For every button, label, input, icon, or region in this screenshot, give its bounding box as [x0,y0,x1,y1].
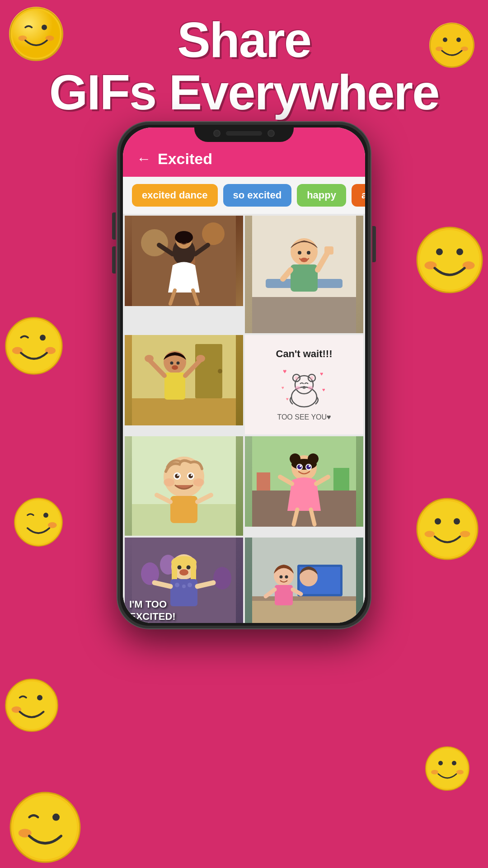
svg-text:♥: ♥ [320,371,323,377]
svg-rect-64 [324,246,333,255]
gif-item-7[interactable]: I'M TOOEXCITED! [125,538,243,623]
svg-line-143 [155,583,170,586]
svg-point-131 [213,567,231,590]
svg-point-41 [456,770,464,774]
svg-point-105 [164,478,174,486]
gif-5-image [125,436,243,536]
screen-title: Excited [158,150,212,168]
tags-row: excited dance so excited happy awesome [123,177,365,214]
svg-point-142 [179,569,188,576]
tag-happy[interactable]: happy [297,184,346,207]
svg-rect-74 [164,373,185,400]
svg-point-44 [52,814,60,821]
svg-point-103 [177,474,179,476]
gif-item-4[interactable]: Can't wait!!! ♥ ♥ ♥ ♥ ♥ [245,335,363,434]
svg-point-79 [170,362,174,365]
svg-point-138 [182,585,186,588]
svg-point-24 [43,513,48,518]
back-button[interactable]: ← [136,151,151,167]
svg-point-104 [191,474,192,476]
svg-point-67 [307,251,310,255]
svg-point-100 [175,474,179,478]
background-emoji-4 [5,316,63,375]
gif-1-image [125,216,243,306]
volume-down-button [112,246,116,274]
svg-point-102 [188,474,193,478]
svg-point-119 [297,465,302,469]
svg-point-47 [141,229,168,256]
svg-point-87 [291,387,317,407]
title-line1: Share [0,14,488,66]
svg-point-66 [298,251,301,255]
power-button [372,226,376,262]
cant-wait-bear: ♥ ♥ ♥ ♥ ♥ [279,364,329,410]
svg-point-139 [188,583,192,587]
tag-so-excited[interactable]: so excited [223,184,292,207]
svg-text:♥: ♥ [322,387,325,392]
svg-point-81 [172,365,178,370]
gif-item-1[interactable] [125,216,243,306]
gif-item-6[interactable] [245,436,363,527]
svg-point-155 [285,576,288,579]
title-area: Share GIFs Everywhere [0,14,488,118]
cant-wait-title: Can't wait!!! [276,348,333,360]
gif-item-2[interactable] [245,216,363,333]
phone-mockup: ← Excited excited dance so excited happy… [117,122,371,628]
gif-item-3[interactable] [125,335,243,425]
svg-point-78 [196,355,205,362]
svg-point-43 [14,796,77,859]
svg-point-19 [40,335,46,340]
svg-point-28 [435,518,441,524]
svg-point-40 [431,770,438,774]
svg-point-137 [175,583,179,587]
background-emoji-5 [14,497,63,547]
svg-text:♥: ♥ [283,368,286,375]
svg-point-39 [452,761,456,765]
svg-point-154 [280,576,283,579]
title-line2: GIFs Everywhere [0,66,488,118]
background-emoji-3 [416,226,483,294]
svg-point-117 [291,459,317,470]
gif-item-8[interactable] [245,538,363,623]
gif-8-image [245,538,363,623]
gif-grid: Can't wait!!! ♥ ♥ ♥ ♥ ♥ [123,214,365,623]
svg-point-141 [187,566,191,570]
svg-point-80 [177,362,180,365]
svg-rect-150 [252,601,356,623]
gif-6-image [245,436,363,527]
svg-point-72 [218,369,222,373]
svg-text:♥: ♥ [286,396,289,401]
background-emoji-8 [425,746,470,791]
svg-point-25 [48,522,57,528]
svg-point-38 [438,761,443,765]
tag-awesome[interactable]: awesome [352,184,365,207]
svg-point-93 [295,386,300,390]
svg-point-68 [300,258,308,262]
svg-point-18 [8,320,60,372]
svg-point-37 [427,749,467,788]
svg-rect-152 [275,585,293,605]
volume-up-button [112,212,116,240]
notch [194,125,294,142]
svg-point-77 [145,355,154,362]
svg-point-121 [306,465,311,469]
sensor [267,130,275,137]
gif-item-5[interactable] [125,436,243,536]
svg-point-123 [309,465,310,467]
background-emoji-7 [5,678,59,732]
gif-3-image [125,335,243,425]
front-camera [213,130,221,137]
svg-point-12 [420,230,479,290]
svg-point-30 [425,531,435,537]
svg-rect-113 [333,468,349,491]
svg-point-27 [419,501,475,557]
svg-point-34 [37,695,42,700]
svg-point-13 [436,249,443,255]
svg-point-92 [310,376,314,380]
svg-point-48 [202,222,225,245]
svg-text:♥: ♥ [282,385,284,390]
cant-wait-footer: TOO SEE YOU♥ [277,413,331,421]
svg-point-29 [454,518,460,524]
gif-7-overlay: I'M TOOEXCITED! [129,599,239,623]
tag-excited-dance[interactable]: excited dance [132,184,218,207]
